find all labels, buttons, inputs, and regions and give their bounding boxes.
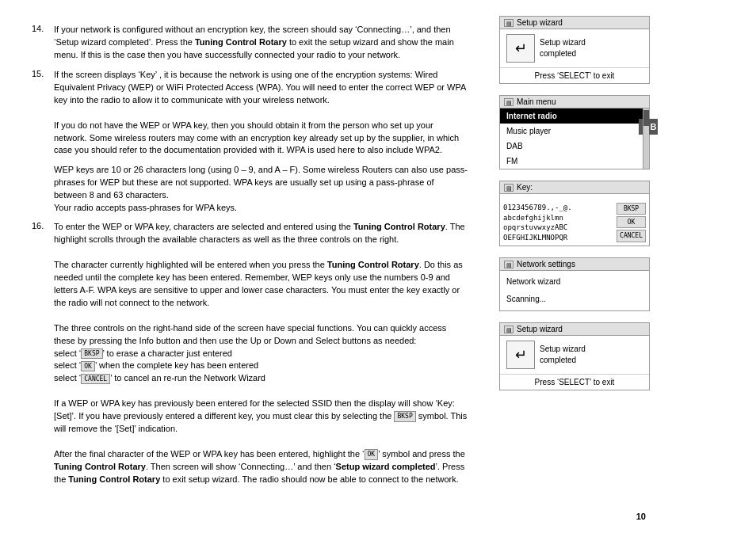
para-16-num: 16.	[32, 221, 49, 486]
paragraph-14: 14. If your network is configured withou…	[32, 24, 468, 62]
para-16-body: To enter the WEP or WPA key, characters …	[54, 221, 468, 486]
main-content: 14. If your network is configured withou…	[0, 0, 491, 533]
network-scanning: Scanning...	[506, 293, 546, 306]
wep-para: WEP keys are 10 or 26 characters long (u…	[54, 164, 468, 215]
paragraph-16: 16. To enter the WEP or WPA key, charact…	[32, 221, 468, 486]
bksp-btn: BKSP	[617, 203, 646, 215]
scrollbar-thumb	[643, 110, 649, 126]
cancel-btn: CANCEL	[617, 230, 646, 242]
wizard-text-2: Setup wizardcompleted	[540, 344, 586, 366]
wizard-text-1: Setup wizardcompleted	[540, 37, 586, 59]
key-row-4: OEFGHIJKLMNOPQR	[503, 233, 614, 243]
screen-key: ▤ Key: 0123456789.,-_@. abcdefghijklmn o…	[499, 181, 650, 246]
screen5-title: ▤ Setup wizard	[500, 323, 649, 336]
para-15-body: If the screen displays ‘Key’ , it is bec…	[54, 69, 468, 158]
screen3-title: ▤ Key:	[500, 181, 649, 194]
network-body: Network wizard Scanning...	[500, 271, 649, 310]
wizard-icon-1: ↵	[506, 34, 535, 63]
key-row-3: opqrstuvwxyzABC	[503, 223, 614, 233]
network-wizard-label: Network wizard	[506, 276, 560, 288]
screen1-icon: ▤	[504, 19, 514, 27]
menu-item-internet-radio: Internet radio	[500, 109, 643, 124]
ok-inline: OK	[81, 361, 95, 372]
screen-setup-wizard-1: ▤ Setup wizard ↵ Setup wizardcompleted P…	[499, 16, 650, 84]
ok-inline2: OK	[365, 449, 379, 460]
screen2-body: Internet radio Music player DAB FM	[500, 109, 649, 169]
screen2-title: ▤ Main menu	[500, 96, 649, 109]
screen5-press: Press ‘SELECT’ to exit	[500, 374, 649, 390]
wizard-icon-2: ↵	[506, 341, 535, 369]
key-row-1: 0123456789.,-_@.	[503, 203, 614, 213]
right-panel: GB ▤ Setup wizard ↵ Setup wizardcomplete…	[491, 0, 658, 533]
ok-btn: OK	[617, 216, 646, 228]
para-14-num: 14.	[32, 24, 49, 62]
para-14-body: If your network is configured without an…	[54, 24, 468, 62]
key-chars-left: 0123456789.,-_@. abcdefghijklmn opqrstuv…	[503, 203, 614, 242]
key-row-2: abcdefghijklmn	[503, 213, 614, 223]
key-chars: 0123456789.,-_@. abcdefghijklmn opqrstuv…	[500, 203, 649, 246]
key-chars-right: BKSP OK CANCEL	[617, 203, 646, 242]
paragraph-15: 15. If the screen displays ‘Key’ , it is…	[32, 69, 468, 158]
screen2-icon: ▤	[504, 98, 514, 106]
screen4-icon: ▤	[504, 261, 514, 268]
bksp-inline: BKSP	[81, 348, 102, 360]
bksp-inline2: BKSP	[394, 411, 415, 422]
screen1-press: Press ‘SELECT’ to exit	[500, 67, 649, 83]
screen4-title: ▤ Network settings	[500, 258, 649, 271]
menu-item-music-player: Music player	[500, 124, 643, 139]
menu-scrollbar	[643, 109, 649, 169]
cancel-inline: CANCEL	[81, 374, 110, 385]
screen1-title: ▤ Setup wizard	[500, 17, 649, 29]
screen-network: ▤ Network settings Network wizard Scanni…	[499, 257, 650, 311]
menu-item-dab: DAB	[500, 139, 643, 154]
menu-item-fm: FM	[500, 154, 643, 169]
key-input	[500, 194, 649, 203]
screen5-icon: ▤	[504, 326, 514, 333]
screen-setup-wizard-2: ▤ Setup wizard ↵ Setup wizardcompleted P…	[499, 322, 650, 390]
screen1-body: ↵ Setup wizardcompleted	[500, 29, 649, 67]
para-15-num: 15.	[32, 69, 49, 158]
screen4-body: Network wizard Scanning...	[500, 271, 649, 310]
page-number: 10	[636, 512, 646, 521]
menu-list: Internet radio Music player DAB FM	[500, 109, 643, 169]
screen3-icon: ▤	[504, 184, 514, 192]
screen5-body: ↵ Setup wizardcompleted	[500, 336, 649, 374]
screen-main-menu: ▤ Main menu Internet radio Music player …	[499, 95, 650, 169]
